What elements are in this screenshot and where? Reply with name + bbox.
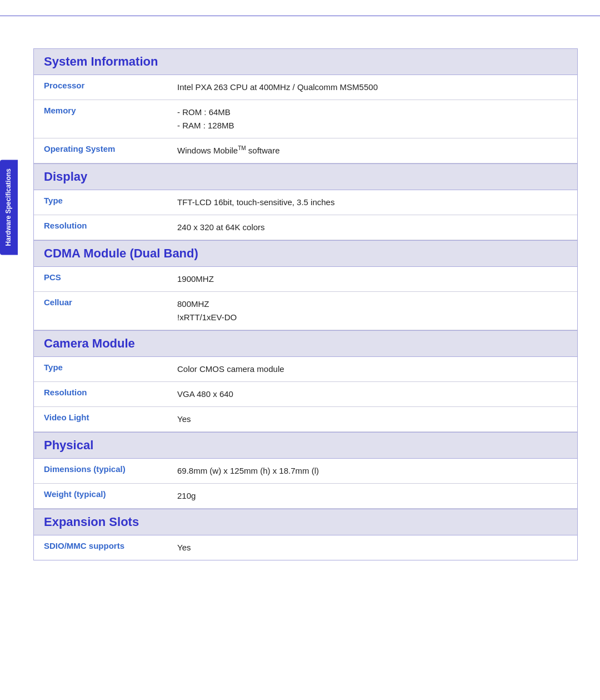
sidebar-tab: Hardware Specifications (0, 160, 18, 255)
spec-label: Resolution (34, 382, 167, 406)
section-header-display: Display (34, 163, 577, 190)
spec-value: 240 x 320 at 64K colors (167, 215, 577, 240)
spec-label: Type (34, 190, 167, 215)
section-title-camera-module: Camera Module (44, 336, 135, 350)
spec-row: Memory- ROM : 64MB- RAM : 128MB (34, 100, 577, 138)
spec-row: Celluar800MHZ!xRTT/1xEV-DO (34, 292, 577, 330)
section-title-display: Display (44, 170, 87, 183)
spec-label: Memory (34, 100, 167, 138)
spec-label: Processor (34, 75, 167, 100)
spec-value: 210g (167, 484, 577, 508)
spec-label: Dimensions (typical) (34, 459, 167, 483)
spec-label: Celluar (34, 292, 167, 330)
spec-value: 800MHZ!xRTT/1xEV-DO (167, 292, 577, 330)
spec-row: TypeTFT-LCD 16bit, touch-sensitive, 3.5 … (34, 190, 577, 215)
section-header-cdma-module: CDMA Module (Dual Band) (34, 240, 577, 267)
section-title-cdma-module: CDMA Module (Dual Band) (44, 246, 198, 260)
section-title-system-information: System Information (44, 54, 158, 68)
spec-row: TypeColor CMOS camera module (34, 357, 577, 382)
spec-label: Type (34, 357, 167, 381)
spec-label: Weight (typical) (34, 484, 167, 508)
spec-value: 69.8mm (w) x 125mm (h) x 18.7mm (l) (167, 459, 577, 483)
spec-label: SDIO/MMC supports (34, 535, 167, 560)
spec-value: - ROM : 64MB- RAM : 128MB (167, 100, 577, 138)
spec-label: PCS (34, 267, 167, 291)
section-header-camera-module: Camera Module (34, 330, 577, 357)
spec-value: Windows MobileTM software (167, 138, 577, 163)
spec-row: PCS1900MHZ (34, 267, 577, 292)
spec-row: Operating SystemWindows MobileTM softwar… (34, 138, 577, 163)
spec-label: Resolution (34, 215, 167, 240)
spec-row: Weight (typical)210g (34, 484, 577, 509)
spec-value: Yes (167, 535, 577, 560)
spec-value: VGA 480 x 640 (167, 382, 577, 406)
section-header-system-information: System Information (34, 49, 577, 75)
spec-label: Video Light (34, 407, 167, 431)
spec-row: Video LightYes (34, 407, 577, 432)
section-header-expansion-slots: Expansion Slots (34, 509, 577, 535)
spec-label: Operating System (34, 138, 167, 163)
spec-value: TFT-LCD 16bit, touch-sensitive, 3.5 inch… (167, 190, 577, 215)
content-wrapper: Hardware Specifications System Informati… (0, 48, 600, 583)
spec-row: Dimensions (typical)69.8mm (w) x 125mm (… (34, 459, 577, 484)
section-title-expansion-slots: Expansion Slots (44, 515, 139, 529)
page-header (0, 0, 600, 16)
spec-row: Resolution240 x 320 at 64K colors (34, 215, 577, 240)
section-title-physical: Physical (44, 438, 93, 452)
spec-value: 1900MHZ (167, 267, 577, 291)
spec-value: Intel PXA 263 CPU at 400MHz / Qualcomm M… (167, 75, 577, 100)
section-header-physical: Physical (34, 432, 577, 459)
spec-row: SDIO/MMC supportsYes (34, 535, 577, 560)
spec-row: ProcessorIntel PXA 263 CPU at 400MHz / Q… (34, 75, 577, 100)
spec-value: Yes (167, 407, 577, 431)
spec-row: ResolutionVGA 480 x 640 (34, 382, 577, 407)
page-title (0, 16, 600, 48)
specs-table: System InformationProcessorIntel PXA 263… (33, 48, 578, 560)
spec-value: Color CMOS camera module (167, 357, 577, 381)
